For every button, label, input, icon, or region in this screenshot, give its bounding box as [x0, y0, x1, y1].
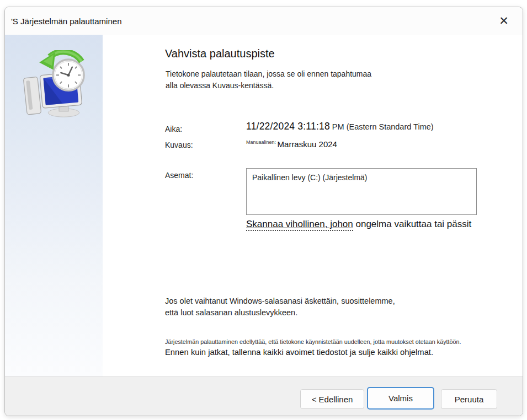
drive-item: Paikallinen levy (C:) (Järjestelmä) [252, 173, 368, 182]
restart-note: Järjestelmän palauttaminen edellyttää, e… [165, 338, 523, 345]
back-button[interactable]: < Edellinen [300, 389, 364, 409]
intro-text: Tietokone palautetaan tilaan, jossa se o… [166, 68, 380, 91]
close-programs-note: Ennen kuin jatkat, tallenna kaikki avoim… [165, 348, 518, 357]
time-value: 11/22/2024 3:11:18 PM (Eastern Standard … [246, 121, 434, 132]
finish-button[interactable]: Valmis [367, 387, 434, 410]
wizard-main-panel: Vahvista palautuspiste Tietokone palaute… [103, 35, 523, 376]
description-value: Manuaalinen: Marraskuu 2024 [246, 139, 337, 149]
content-row: Vahvista palautuspiste Tietokone palaute… [5, 35, 523, 376]
wizard-sidebar [5, 35, 103, 376]
time-label: Aika: [165, 125, 182, 133]
description-prefix: Manuaalinen: [246, 139, 278, 145]
time-value-date: 11/22/2024 3:11:18 [246, 121, 330, 132]
close-icon[interactable]: ✕ [493, 10, 515, 32]
cancel-button[interactable]: Peruuta [441, 389, 497, 409]
page-title: Vahvista palautuspiste [165, 47, 275, 60]
drives-list[interactable]: Paikallinen levy (C:) (Järjestelmä) [246, 168, 477, 215]
titlebar: 'S Järjestelmän palauttaminen ✕ [5, 7, 523, 35]
scan-link-rest: ongelma vaikuttaa tai pässit [353, 219, 472, 229]
description-text: Marraskuu 2024 [278, 139, 337, 149]
scan-link-underlined: Skannaa vihollinen, johon [246, 219, 353, 231]
system-restore-icon [20, 50, 91, 121]
window-title: 'S Järjestelmän palauttaminen [5, 17, 121, 26]
dialog-footer: < Edellinen Valmis Peruuta [5, 376, 523, 416]
time-value-zone: PM (Eastern Standard Time) [330, 122, 434, 131]
drives-label: Asemat: [165, 171, 193, 180]
description-label: Kuvaus: [165, 141, 193, 149]
scan-affected-programs-link[interactable]: Skannaa vihollinen, johon ongelma vaikut… [246, 219, 471, 230]
password-note: Jos olet vaihtanut Windows-salasanasi äs… [165, 295, 402, 319]
system-restore-dialog: 'S Järjestelmän palauttaminen ✕ [4, 7, 523, 416]
